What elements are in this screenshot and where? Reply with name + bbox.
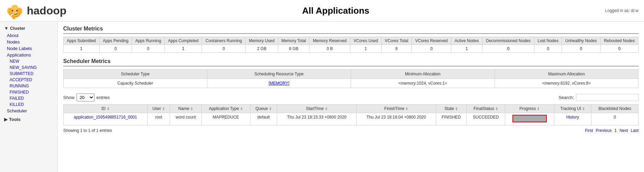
sort-icon: ⇕ xyxy=(162,107,165,111)
tools-label: Tools xyxy=(9,117,21,122)
sort-icon: ⇕ xyxy=(325,107,328,111)
apps-col-name[interactable]: Name ⇕ xyxy=(170,105,202,113)
apps-col-tracking-ui[interactable]: Tracking UI ⇕ xyxy=(554,105,591,113)
metrics-val-5: 2 GB xyxy=(246,45,278,53)
pagination-link-previous[interactable]: Previous xyxy=(596,128,612,133)
sidebar-subitem-running[interactable]: RUNNING xyxy=(0,83,57,89)
sidebar-item-node-labels[interactable]: Node Labels xyxy=(0,45,57,52)
sidebar-subitem-accepted[interactable]: ACCEPTED xyxy=(0,77,57,83)
apps-header-row: ID ⇕User ⇕Name ⇕Application Type ⇕Queue … xyxy=(64,105,639,113)
app-tracking-cell: History xyxy=(554,113,591,125)
scheduler-metrics-table: Scheduler TypeScheduling Resource TypeMi… xyxy=(63,69,639,88)
app-blacklisted-cell: 0 xyxy=(591,113,639,125)
svg-point-6 xyxy=(11,5,18,10)
applications-table: ID ⇕User ⇕Name ⇕Application Type ⇕Queue … xyxy=(63,104,639,125)
metrics-link-12[interactable]: 0 xyxy=(507,46,509,51)
app-state-cell: FINISHED xyxy=(436,113,466,125)
metrics-col-decommissioned-nodes: Decommissioned Nodes xyxy=(482,37,534,45)
sidebar-tools-header[interactable]: ▶ Tools xyxy=(0,115,57,123)
metrics-val-6: 8 GB xyxy=(278,45,309,53)
pagination-link-next[interactable]: Next xyxy=(620,128,628,133)
sort-icon: ⇕ xyxy=(455,107,458,111)
sidebar-subitem-new-saving[interactable]: NEW_SAVING xyxy=(0,64,57,71)
metrics-col-vcores-total: VCores Total xyxy=(381,37,411,45)
scheduler-resource-link[interactable]: [MEMORY] xyxy=(269,81,289,86)
cluster-label: Cluster xyxy=(10,26,25,31)
sidebar-subitem-finished[interactable]: FINISHED xyxy=(0,89,57,95)
metrics-val-12: 0 xyxy=(482,45,534,53)
sidebar-cluster-header[interactable]: ▼ Cluster xyxy=(0,24,57,32)
metrics-link-13[interactable]: 0 xyxy=(547,46,549,51)
apps-col-blacklisted-nodes: Blacklisted Nodes xyxy=(591,105,639,113)
search-input[interactable] xyxy=(576,94,639,101)
metrics-link-0[interactable]: 1 xyxy=(80,46,83,51)
scheduler-col-scheduler-type: Scheduler Type xyxy=(64,70,207,79)
pagination-link-1[interactable]: 1 xyxy=(614,128,617,133)
sidebar-subitem-failed[interactable]: FAILED xyxy=(0,95,57,101)
metrics-col-memory-reserved: Memory Reserved xyxy=(309,37,350,45)
apps-col-state[interactable]: State ⇕ xyxy=(436,105,466,113)
apps-col-queue[interactable]: Queue ⇕ xyxy=(250,105,277,113)
metrics-col-containers-running: Containers Running xyxy=(202,37,246,45)
sort-icon: ⇕ xyxy=(582,107,585,111)
scheduler-val-1: [MEMORY] xyxy=(207,79,351,88)
metrics-val-3: 1 xyxy=(165,45,202,53)
apps-col-user[interactable]: User ⇕ xyxy=(147,105,170,113)
sort-icon: ⇕ xyxy=(269,107,272,111)
metrics-link-15[interactable]: 0 xyxy=(618,46,621,51)
svg-point-7 xyxy=(12,10,13,11)
metrics-col-memory-used: Memory Used xyxy=(246,37,278,45)
app-name-cell: word count xyxy=(170,113,202,125)
sidebar-item-applications[interactable]: Applications xyxy=(0,52,57,58)
sort-icon: ⇕ xyxy=(537,107,540,111)
metrics-val-1: 0 xyxy=(99,45,132,53)
sidebar-item-about[interactable]: About xyxy=(0,32,57,39)
pagination-bar: Showing 1 to 1 of 1 entries FirstPreviou… xyxy=(63,128,639,133)
progress-bar-container xyxy=(512,115,547,122)
apps-col-finishtime[interactable]: FinishTime ⇕ xyxy=(357,105,436,113)
sidebar-subitem-new[interactable]: NEW xyxy=(0,58,57,64)
metrics-val-4: 0 xyxy=(202,45,246,53)
cluster-metrics-table: Apps SubmittedApps PendingApps RunningAp… xyxy=(63,37,639,53)
sidebar-subitem-submitted[interactable]: SUBMITTED xyxy=(0,71,57,77)
logo-area: hadoop xyxy=(5,2,67,19)
metrics-link-11[interactable]: 1 xyxy=(465,46,468,51)
metrics-header-row: Apps SubmittedApps PendingApps RunningAp… xyxy=(64,37,639,45)
apps-col-progress[interactable]: Progress ⇕ xyxy=(505,105,554,113)
app-tracking-link[interactable]: History xyxy=(566,115,579,120)
table-row: application_1595498851716_0001rootword c… xyxy=(64,113,639,125)
app-starttime-cell: Thu Jul 23 18:15:33 +0800 2020 xyxy=(277,113,357,125)
sidebar-item-scheduler[interactable]: Scheduler xyxy=(0,108,57,114)
content-area: Cluster Metrics Apps SubmittedApps Pendi… xyxy=(58,22,644,172)
metrics-val-2: 0 xyxy=(132,45,165,53)
apps-col-application-type[interactable]: Application Type ⇕ xyxy=(202,105,250,113)
scheduler-metrics-title: Scheduler Metrics xyxy=(63,58,639,66)
sidebar-tools-section: ▶ Tools xyxy=(0,115,57,123)
apps-col-starttime[interactable]: StartTime ⇕ xyxy=(277,105,357,113)
pagination-link-first[interactable]: First xyxy=(585,128,593,133)
metrics-val-7: 0 B xyxy=(309,45,350,53)
cluster-arrow-icon: ▼ xyxy=(4,26,9,31)
sidebar-subitem-killed[interactable]: KILLED xyxy=(0,101,57,108)
sidebar-item-nodes[interactable]: Nodes xyxy=(0,39,57,45)
metrics-link-14[interactable]: 0 xyxy=(580,46,582,51)
login-info: Logged in as: dr.w xyxy=(605,8,639,13)
metrics-val-14: 0 xyxy=(562,45,600,53)
metrics-link-3[interactable]: 1 xyxy=(182,46,184,51)
pagination-link-last[interactable]: Last xyxy=(631,128,639,133)
metrics-val-10: 0 xyxy=(412,45,451,53)
entries-select[interactable]: 10202550100 xyxy=(77,94,94,101)
svg-point-4 xyxy=(7,8,12,14)
scheduler-col-minimum-allocation: Minimum Allocation xyxy=(351,70,495,79)
show-entries-bar: Show 10202550100 entries Search: xyxy=(63,94,639,101)
apps-col-id[interactable]: ID ⇕ xyxy=(64,105,148,113)
scheduler-val-0: Capacity Scheduler xyxy=(64,79,207,88)
main-layout: ▼ Cluster About Nodes Node Labels Applic… xyxy=(0,22,644,172)
metrics-col-apps-completed: Apps Completed xyxy=(165,37,202,45)
cluster-metrics-title: Cluster Metrics xyxy=(63,26,639,34)
app-id-link[interactable]: application_1595498851716_0001 xyxy=(74,115,137,120)
apps-col-finalstatus[interactable]: FinalStatus ⇕ xyxy=(466,105,505,113)
metrics-col-apps-running: Apps Running xyxy=(132,37,165,45)
scheduler-value-row: Capacity Scheduler[MEMORY]<memory:1024, … xyxy=(64,79,639,88)
app-queue-cell: default xyxy=(250,113,277,125)
